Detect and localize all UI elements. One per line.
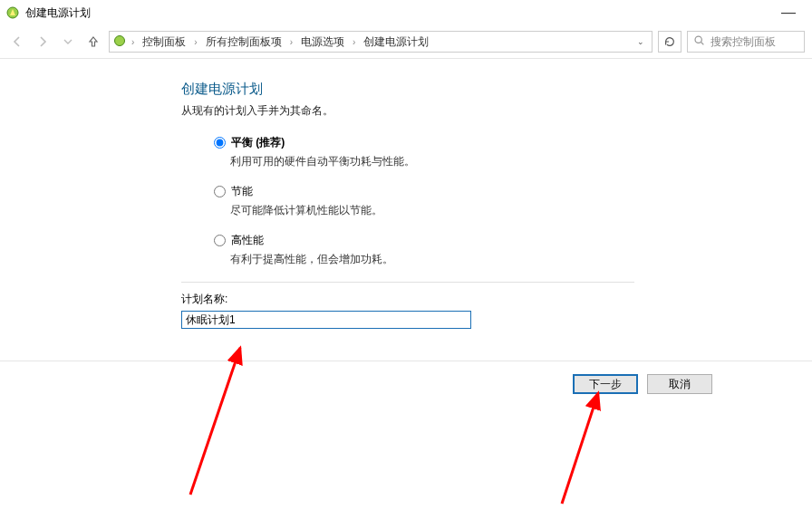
svg-line-3 — [701, 43, 704, 45]
recent-locations-button[interactable] — [58, 32, 78, 52]
annotation-arrow — [544, 386, 652, 513]
svg-point-1 — [115, 35, 125, 45]
window-title: 创建电源计划 — [25, 5, 770, 21]
cancel-button[interactable]: 取消 — [647, 374, 712, 394]
option-label-balanced[interactable]: 平衡 (推荐) — [231, 135, 285, 150]
search-placeholder: 搜索控制面板 — [710, 34, 776, 50]
breadcrumb-item[interactable]: 创建电源计划 — [361, 34, 431, 51]
option-desc-balanced: 利用可用的硬件自动平衡功耗与性能。 — [214, 154, 634, 169]
chevron-right-icon: › — [351, 37, 357, 47]
next-button[interactable]: 下一步 — [573, 374, 638, 394]
search-input[interactable]: 搜索控制面板 — [687, 31, 805, 53]
radio-saver[interactable] — [214, 186, 226, 197]
svg-line-5 — [562, 393, 598, 504]
chevron-right-icon: › — [130, 37, 136, 47]
address-history-dropdown[interactable]: ⌄ — [637, 37, 648, 46]
option-label-high[interactable]: 高性能 — [231, 233, 264, 248]
breadcrumb-item[interactable]: 所有控制面板项 — [203, 34, 285, 51]
control-panel-icon — [113, 34, 126, 50]
breadcrumb-item[interactable]: 电源选项 — [298, 34, 347, 51]
nav-back-button[interactable] — [7, 32, 27, 52]
radio-balanced[interactable] — [214, 137, 226, 149]
app-icon — [5, 5, 20, 20]
option-label-saver[interactable]: 节能 — [231, 184, 253, 199]
refresh-button[interactable] — [658, 31, 682, 53]
option-desc-high: 有利于提高性能，但会增加功耗。 — [214, 252, 634, 267]
svg-point-2 — [695, 36, 701, 43]
plan-name-label: 计划名称: — [181, 292, 634, 307]
nav-up-button[interactable] — [83, 32, 103, 52]
nav-forward-button[interactable] — [33, 32, 53, 52]
search-icon — [693, 34, 705, 49]
chevron-right-icon: › — [288, 37, 295, 47]
minimize-button[interactable]: — — [770, 5, 807, 21]
radio-high[interactable] — [214, 235, 226, 246]
option-desc-saver: 尽可能降低计算机性能以节能。 — [214, 203, 634, 218]
breadcrumb-item[interactable]: 控制面板 — [140, 34, 188, 51]
page-heading: 创建电源计划 — [181, 81, 812, 98]
page-subheading: 从现有的计划入手并为其命名。 — [181, 103, 812, 119]
address-bar[interactable]: › 控制面板 › 所有控制面板项 › 电源选项 › 创建电源计划 ⌄ — [109, 31, 652, 53]
plan-name-input[interactable] — [181, 311, 471, 329]
chevron-right-icon: › — [192, 37, 198, 47]
